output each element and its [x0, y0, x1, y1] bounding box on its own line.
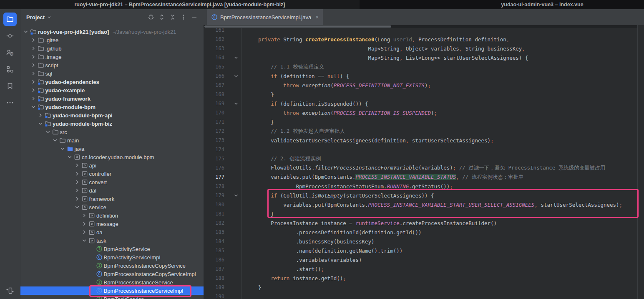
chevron-right-icon[interactable]	[30, 45, 37, 52]
fold-arrow-icon[interactable]	[224, 99, 242, 108]
activity-pull-requests-button[interactable]: ?	[3, 46, 17, 59]
chevron-down-icon[interactable]	[22, 28, 30, 35]
tree-item-bpmtaskservice[interactable]: IBpmTaskService	[20, 295, 204, 299]
tree-item-src[interactable]: src	[20, 128, 204, 136]
code-line-180[interactable]: 180 variables.put(BpmConstants.PROCESS_I…	[204, 200, 637, 209]
tree-item-definition[interactable]: definition	[20, 211, 204, 220]
tree-item-dal[interactable]: dal	[20, 186, 204, 195]
activity-project-button[interactable]	[3, 13, 17, 26]
code-line-181[interactable]: 181 }	[204, 209, 637, 218]
chevron-right-icon[interactable]	[73, 170, 81, 177]
code-line-165[interactable]: 165 // 1.1 校验流程定义	[204, 62, 637, 71]
tree-item-convert[interactable]: convert	[20, 178, 204, 186]
tree-item-message[interactable]: message	[20, 220, 204, 228]
tree-item-script[interactable]: script	[20, 61, 204, 69]
tree-item-cn-iocoder-yudao-module-bpm[interactable]: cn.iocoder.yudao.module.bpm	[20, 153, 204, 161]
collapse-all-button[interactable]	[168, 12, 178, 22]
tree-item-service[interactable]: service	[20, 203, 204, 211]
tree-item-framework[interactable]: framework	[20, 195, 204, 203]
tree-item-api[interactable]: api	[20, 161, 204, 170]
chevron-down-icon[interactable]	[30, 104, 37, 110]
code-line-167[interactable]: 167 throw exception(PROCESS_DEFINITION_N…	[204, 81, 637, 90]
tree-item-yudao-framework[interactable]: yudao-framework	[20, 94, 204, 103]
chevron-right-icon[interactable]	[30, 87, 37, 94]
chevron-right-icon[interactable]	[30, 62, 37, 68]
chevron-right-icon[interactable]	[37, 112, 44, 119]
tree-item-yudao-module-bpm[interactable]: yudao-module-bpm	[20, 103, 204, 111]
tree-item-bpmprocessinstanceserviceimpl[interactable]: CBpmProcessInstanceServiceImpl	[20, 286, 204, 295]
tree-item-bpmprocessinstancecopyserviceimpl[interactable]: CBpmProcessInstanceCopyServiceImpl	[20, 270, 204, 278]
tree-item-yudao-dependencies[interactable]: yudao-dependencies	[20, 78, 204, 86]
tree-item--image[interactable]: .image	[20, 53, 204, 61]
code-line-178[interactable]: 178 BpmProcessInstanceStatusEnum.RUNNING…	[204, 182, 637, 191]
fold-arrow-icon[interactable]	[224, 71, 242, 81]
chevron-down-icon[interactable]	[80, 237, 88, 244]
expand-all-button[interactable]	[157, 12, 167, 22]
fold-arrow-icon[interactable]	[224, 53, 242, 62]
chevron-right-icon[interactable]	[80, 220, 88, 227]
code-line-177[interactable]: 177 variables.put(BpmConstants.PROCESS_I…	[204, 172, 637, 182]
tree-item-oa[interactable]: oa	[20, 228, 204, 236]
code-line-179[interactable]: 179 if (CollUtil.isNotEmpty(startUserSel…	[204, 191, 637, 200]
code-line-176[interactable]: 176 FlowableUtils.filterProcessInstanceF…	[204, 163, 637, 172]
close-icon[interactable]: ×	[315, 14, 319, 20]
tree-item-sql[interactable]: sql	[20, 69, 204, 78]
chevron-down-icon[interactable]	[66, 154, 73, 160]
chevron-right-icon[interactable]	[30, 70, 37, 77]
chevron-down-icon[interactable]	[37, 120, 44, 127]
code-line-170[interactable]: 170 throw exception(PROCESS_DEFINITION_I…	[204, 108, 637, 117]
chevron-down-icon[interactable]	[51, 137, 59, 144]
horizontal-scrollbar[interactable]	[204, 25, 637, 28]
code-line-185[interactable]: 185 .name(definition.getName().trim())	[204, 246, 637, 255]
code-line-187[interactable]: 187 .start();	[204, 264, 637, 274]
code-line-182[interactable]: 182 ProcessInstance instance = runtimeSe…	[204, 218, 637, 228]
code-line-174[interactable]: 174	[204, 145, 637, 154]
code-line-190[interactable]: 190	[204, 292, 637, 299]
chevron-right-icon[interactable]	[80, 212, 88, 219]
tree-item--github[interactable]: .github	[20, 44, 204, 53]
chevron-right-icon[interactable]	[73, 195, 81, 202]
chevron-right-icon[interactable]	[73, 179, 81, 185]
tree-item-bpmprocessinstanceservice[interactable]: IBpmProcessInstanceService	[20, 278, 204, 286]
editor-body[interactable]: 161162 private String createProcessInsta…	[204, 25, 644, 299]
chevron-down-icon[interactable]	[59, 145, 66, 152]
hide-button[interactable]	[189, 12, 199, 22]
options-button[interactable]	[179, 12, 189, 22]
code-line-164[interactable]: 164 Map<String, List<Long>> startUserSel…	[204, 53, 637, 62]
code-line-172[interactable]: 172 // 1.2 校验发起人自选审批人	[204, 127, 637, 136]
chevron-right-icon[interactable]	[30, 95, 37, 102]
tree-item-java[interactable]: java	[20, 144, 204, 153]
activity-commit-button[interactable]	[3, 29, 17, 43]
code-line-175[interactable]: 175 // 2. 创建流程实例	[204, 154, 637, 163]
tree-item-bpmprocessinstancecopyservice[interactable]: IBpmProcessInstanceCopyService	[20, 261, 204, 270]
tree-item-bpmactivityservice[interactable]: IBpmActivityService	[20, 245, 204, 253]
chevron-down-icon[interactable]	[44, 129, 52, 135]
code-line-171[interactable]: 171 }	[204, 117, 637, 127]
activity-bookmarks-button[interactable]	[3, 79, 17, 93]
locate-button[interactable]	[146, 12, 156, 22]
activity-terminal-button[interactable]	[3, 284, 17, 297]
chevron-right-icon[interactable]	[30, 79, 37, 85]
vertical-scrollbar[interactable]	[637, 25, 644, 299]
chevron-right-icon[interactable]	[30, 53, 37, 60]
tree-item-controller[interactable]: controller	[20, 170, 204, 178]
code-line-163[interactable]: 163 Map<String, Object> variables, Strin…	[204, 44, 637, 53]
project-panel-title[interactable]: Project	[26, 14, 45, 20]
horizontal-scrollbar-thumb[interactable]	[204, 25, 391, 28]
tree-item-main[interactable]: main	[20, 136, 204, 144]
code-line-189[interactable]: 189 }	[204, 283, 637, 292]
tree-item-yudao-module-bpm-biz[interactable]: yudao-module-bpm-biz	[20, 119, 204, 128]
activity-more-button[interactable]	[3, 96, 17, 109]
tree-item-ruoyi-vue-pro-jdk21[interactable]: ruoyi-vue-pro-jdk21 [yudao]~/Java/ruoyi-…	[20, 28, 204, 36]
chevron-right-icon[interactable]	[73, 162, 81, 169]
code-line-173[interactable]: 173 validateStartUserSelectAssignees(def…	[204, 136, 637, 145]
chevron-right-icon[interactable]	[73, 187, 81, 194]
code-line-168[interactable]: 168 }	[204, 90, 637, 99]
chevron-right-icon[interactable]	[80, 229, 88, 236]
fold-arrow-icon[interactable]	[224, 191, 242, 200]
code-line-183[interactable]: 183 .processDefinitionId(definition.getI…	[204, 228, 637, 237]
code-line-186[interactable]: 186 .variables(variables)	[204, 255, 637, 264]
code-line-169[interactable]: 169 if (definition.isSuspended()) {	[204, 99, 637, 108]
chevron-right-icon[interactable]	[30, 37, 37, 43]
code-line-188[interactable]: 188 return instance.getId();	[204, 274, 637, 283]
